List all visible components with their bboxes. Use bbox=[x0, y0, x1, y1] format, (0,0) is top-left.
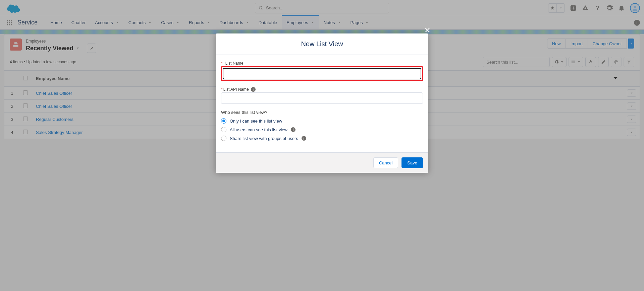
visibility-share-groups-label: Share list view with groups of users bbox=[230, 136, 298, 141]
cancel-button[interactable]: Cancel bbox=[373, 157, 398, 168]
list-name-label: List Name bbox=[221, 61, 423, 66]
visibility-all-users-label: All users can see this list view bbox=[230, 127, 287, 132]
radio-icon[interactable] bbox=[221, 118, 226, 124]
save-button[interactable]: Save bbox=[401, 157, 423, 168]
list-api-name-input[interactable] bbox=[221, 92, 423, 104]
modal-backdrop: ✕ New List View List Name List API Name … bbox=[0, 0, 644, 291]
visibility-share-groups[interactable]: Share list view with groups of users i bbox=[221, 136, 423, 141]
modal-header: New List View bbox=[216, 33, 428, 55]
new-list-view-modal: New List View List Name List API Name i … bbox=[216, 33, 428, 173]
api-name-info-icon[interactable]: i bbox=[251, 87, 256, 92]
modal-close-icon[interactable]: ✕ bbox=[424, 26, 430, 35]
modal-footer: Cancel Save bbox=[216, 152, 428, 173]
radio-icon[interactable] bbox=[221, 127, 226, 132]
list-name-highlight bbox=[221, 66, 423, 81]
list-name-input[interactable] bbox=[223, 68, 421, 79]
visibility-only-me-label: Only I can see this list view bbox=[230, 119, 282, 124]
share-groups-info-icon[interactable]: i bbox=[302, 136, 306, 141]
all-users-info-icon[interactable]: i bbox=[291, 127, 296, 132]
visibility-question: Who sees this list view? bbox=[221, 110, 423, 115]
list-api-label: List API Name bbox=[221, 87, 249, 92]
radio-icon[interactable] bbox=[221, 136, 226, 141]
list-api-label-row: List API Name i bbox=[221, 87, 423, 92]
modal-title: New List View bbox=[221, 40, 423, 48]
visibility-only-me[interactable]: Only I can see this list view bbox=[221, 118, 423, 124]
visibility-all-users[interactable]: All users can see this list view i bbox=[221, 127, 423, 132]
